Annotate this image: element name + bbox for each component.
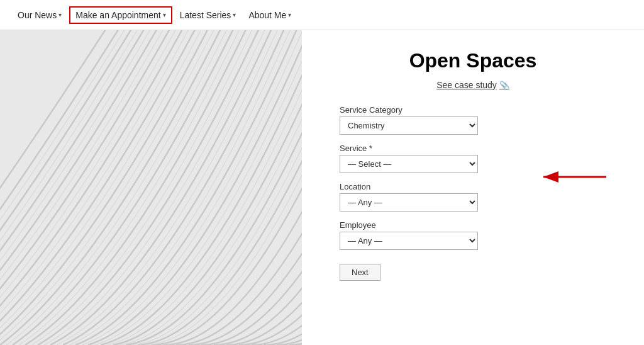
nav-latest-series-caret: ▾ xyxy=(233,11,236,18)
service-category-group: Service Category Chemistry Biology Physi… xyxy=(340,105,606,135)
nav-about-me-caret: ▾ xyxy=(288,11,291,18)
nav-about-me-label: About Me xyxy=(248,10,286,20)
nav-latest-series[interactable]: Latest Series ▾ xyxy=(175,8,242,23)
right-panel: Open Spaces See case study 📎 Service Cat… xyxy=(302,30,644,345)
case-study-link[interactable]: See case study 📎 xyxy=(340,80,606,90)
employee-group: Employee — Any — xyxy=(340,220,606,250)
service-label: Service * xyxy=(340,144,606,153)
employee-label: Employee xyxy=(340,220,606,230)
nav-our-news-caret: ▾ xyxy=(58,11,62,18)
navigation: Our News ▾ Make an Appointment ▾ Latest … xyxy=(0,0,644,30)
nav-about-me[interactable]: About Me ▾ xyxy=(243,8,296,23)
location-group: Location — Any — xyxy=(340,182,606,212)
service-category-label: Service Category xyxy=(340,105,606,115)
service-category-select[interactable]: Chemistry Biology Physics xyxy=(340,116,478,135)
employee-select[interactable]: — Any — xyxy=(340,232,478,250)
page-title: Open Spaces xyxy=(340,49,606,72)
nav-our-news-label: Our News xyxy=(18,10,57,20)
location-select[interactable]: — Any — xyxy=(340,193,478,212)
case-study-text: See case study xyxy=(436,80,497,90)
service-select[interactable]: — Select — xyxy=(340,155,478,173)
nav-make-appointment[interactable]: Make an Appointment ▾ xyxy=(69,6,172,24)
next-button[interactable]: Next xyxy=(340,264,380,281)
hero-image xyxy=(0,30,302,345)
nav-make-appointment-label: Make an Appointment xyxy=(75,10,160,20)
nav-make-appointment-caret: ▾ xyxy=(163,11,166,18)
nav-our-news[interactable]: Our News ▾ xyxy=(13,8,67,23)
nav-latest-series-label: Latest Series xyxy=(180,10,231,20)
main-content: Open Spaces See case study 📎 Service Cat… xyxy=(0,30,644,345)
external-link-icon: 📎 xyxy=(499,81,509,90)
form-container: Open Spaces See case study 📎 Service Cat… xyxy=(340,49,606,281)
annotation-arrow xyxy=(537,167,613,186)
